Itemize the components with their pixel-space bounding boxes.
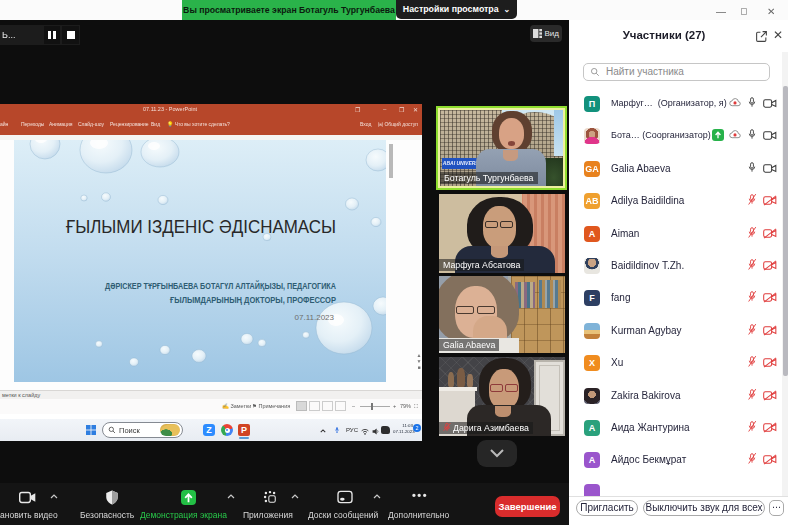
svg-text:ҒЫЛЫМДАРЫНЫҢ ДОКТОРЫ, ПРОФЕССО: ҒЫЛЫМДАРЫНЫҢ ДОКТОРЫ, ПРОФЕССОР	[170, 295, 336, 305]
svg-text:ДӘРІСКЕР ТҰРҒЫНБАЕВА БОТАГҮЛ А: ДӘРІСКЕР ТҰРҒЫНБАЕВА БОТАГҮЛ АЛТАЙҚЫЗЫ, …	[105, 280, 336, 291]
svg-text:ҒЫЛЫМИ ІЗДЕНІС ӘДІСНАМАСЫ: ҒЫЛЫМИ ІЗДЕНІС ӘДІСНАМАСЫ	[65, 217, 336, 237]
svg-text:07.11.2023: 07.11.2023	[295, 313, 335, 322]
